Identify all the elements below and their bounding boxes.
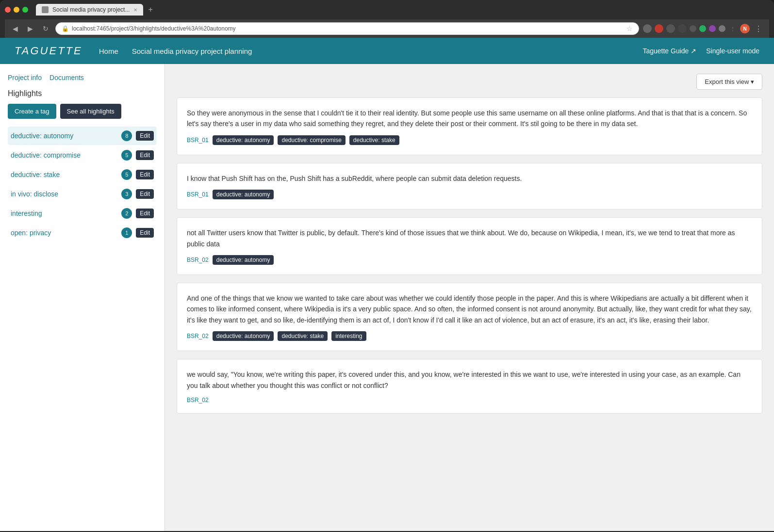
highlights-actions: Create a tag See all highlights xyxy=(8,104,157,119)
tag-badge[interactable]: deductive: autonomy xyxy=(213,135,274,145)
tag-edit-button[interactable]: Edit xyxy=(136,170,154,179)
tag-name-label: deductive: autonomy xyxy=(11,132,121,140)
highlight-tags: BSR_01deductive: autonomydeductive: comp… xyxy=(187,135,752,145)
extension-icon-5[interactable] xyxy=(690,25,696,32)
highlight-card: not all Twitter users know that Twitter … xyxy=(177,217,762,275)
user-avatar[interactable]: N xyxy=(740,24,750,33)
address-bar[interactable]: 🔒 localhost:7465/project/3/highlights/de… xyxy=(55,22,639,35)
minimize-window-button[interactable] xyxy=(14,7,19,13)
highlight-text: So they were anonymous in the sense that… xyxy=(187,108,752,129)
tag-badge[interactable]: deductive: autonomy xyxy=(213,190,274,199)
sidebar-item-documents[interactable]: Documents xyxy=(49,74,84,81)
refresh-button[interactable]: ↻ xyxy=(40,23,51,34)
extension-icon-3[interactable] xyxy=(666,24,675,33)
tag-count-badge: 3 xyxy=(121,189,132,199)
extension-icon-8[interactable] xyxy=(719,25,725,32)
tab-close-button[interactable]: ✕ xyxy=(133,7,137,13)
tag-list-item[interactable]: deductive: stake5Edit xyxy=(8,165,157,184)
nav-home-link[interactable]: Home xyxy=(92,47,125,55)
header-navigation: Home Social media privacy project planni… xyxy=(92,47,259,55)
highlight-text: And one of the things that we know we wa… xyxy=(187,293,752,325)
taguette-guide-link[interactable]: Taguette Guide ↗ xyxy=(642,47,696,55)
export-button[interactable]: Export this view ▾ xyxy=(696,74,762,90)
url-text: localhost:7465/project/3/highlights/dedu… xyxy=(72,25,624,32)
tag-edit-button[interactable]: Edit xyxy=(136,150,154,160)
tag-list: deductive: autonomy8Editdeductive: compr… xyxy=(8,127,157,242)
back-button[interactable]: ◀ xyxy=(10,23,21,34)
sidebar-item-project-info[interactable]: Project info xyxy=(8,74,42,81)
highlights-list: So they were anonymous in the sense that… xyxy=(177,97,762,414)
extension-icon-4[interactable] xyxy=(678,24,687,33)
tag-list-item[interactable]: open: privacy1Edit xyxy=(8,224,157,242)
extension-icon-2[interactable] xyxy=(655,24,663,33)
content-header: Export this view ▾ xyxy=(177,74,762,90)
highlight-card: So they were anonymous in the sense that… xyxy=(177,97,762,155)
extension-icon-7[interactable] xyxy=(709,25,716,32)
tag-name-label: interesting xyxy=(11,210,121,217)
highlight-text: I know that Push Shift has on the, Push … xyxy=(187,173,752,184)
tag-count-badge: 8 xyxy=(121,130,132,141)
see-all-highlights-button[interactable]: See all highlights xyxy=(60,104,121,119)
tag-edit-button[interactable]: Edit xyxy=(136,131,154,141)
more-extensions-button[interactable]: ⋮ xyxy=(728,26,737,32)
tag-count-badge: 1 xyxy=(121,227,132,238)
highlights-title: Highlights xyxy=(8,89,157,98)
tag-list-item[interactable]: deductive: compromise5Edit xyxy=(8,146,157,164)
tag-edit-button[interactable]: Edit xyxy=(136,228,154,238)
traffic-lights xyxy=(5,7,28,13)
navigation-bar: ◀ ▶ ↻ 🔒 localhost:7465/project/3/highlig… xyxy=(5,19,769,38)
highlight-tags: BSR_02deductive: autonomydeductive: stak… xyxy=(187,331,752,341)
highlight-card: we would say, "You know, we're writing t… xyxy=(177,359,762,414)
tag-count-badge: 5 xyxy=(121,169,132,180)
tag-badge[interactable]: deductive: stake xyxy=(349,135,399,145)
tag-badge[interactable]: deductive: autonomy xyxy=(213,255,274,265)
nav-project-link[interactable]: Social media privacy project planning xyxy=(125,47,259,55)
header-right-actions: Taguette Guide ↗ Single-user mode xyxy=(642,47,759,55)
content-area: Export this view ▾ So they were anonymou… xyxy=(165,64,774,531)
tag-count-badge: 2 xyxy=(121,208,132,219)
highlights-section: Highlights Create a tag See all highligh… xyxy=(8,89,157,242)
tag-count-badge: 5 xyxy=(121,150,132,161)
tag-name-label: open: privacy xyxy=(11,229,121,237)
tag-badge[interactable]: deductive: autonomy xyxy=(213,331,274,341)
tag-edit-button[interactable]: Edit xyxy=(136,189,154,199)
maximize-window-button[interactable] xyxy=(22,7,28,13)
app-logo: TAGUETTE xyxy=(15,45,82,57)
source-badge: BSR_01 xyxy=(187,137,209,144)
tag-list-item[interactable]: interesting2Edit xyxy=(8,204,157,223)
tag-name-label: deductive: compromise xyxy=(11,151,121,159)
source-badge: BSR_02 xyxy=(187,257,209,263)
extension-icon-1[interactable] xyxy=(643,24,652,33)
highlight-card: And one of the things that we know we wa… xyxy=(177,283,762,351)
tag-name-label: in vivo: disclose xyxy=(11,190,121,198)
tab-favicon xyxy=(42,6,49,13)
sidebar-navigation: Project info Documents xyxy=(8,74,157,81)
tag-list-item[interactable]: in vivo: disclose3Edit xyxy=(8,185,157,203)
forward-button[interactable]: ▶ xyxy=(25,23,36,34)
active-tab[interactable]: Social media privacy project... ✕ xyxy=(36,4,143,16)
source-badge: BSR_01 xyxy=(187,191,209,198)
extension-icon-6[interactable] xyxy=(699,25,706,32)
create-tag-button[interactable]: Create a tag xyxy=(8,104,56,119)
browser-menu-button[interactable]: ⋮ xyxy=(753,24,762,33)
highlight-card: I know that Push Shift has on the, Push … xyxy=(177,163,762,210)
tag-name-label: deductive: stake xyxy=(11,171,121,178)
new-tab-button[interactable]: + xyxy=(145,5,155,14)
highlight-tags: BSR_02deductive: autonomy xyxy=(187,255,752,265)
main-layout: Project info Documents Highlights Create… xyxy=(0,64,774,531)
highlight-tags: BSR_02 xyxy=(187,397,752,403)
close-window-button[interactable] xyxy=(5,7,11,13)
source-badge: BSR_02 xyxy=(187,397,209,403)
tag-list-item[interactable]: deductive: autonomy8Edit xyxy=(8,127,157,145)
sidebar: Project info Documents Highlights Create… xyxy=(0,64,165,531)
highlight-text: we would say, "You know, we're writing t… xyxy=(187,369,752,391)
tag-badge[interactable]: deductive: compromise xyxy=(278,135,345,145)
tab-title: Social media privacy project... xyxy=(52,6,130,13)
tag-edit-button[interactable]: Edit xyxy=(136,209,154,218)
highlight-text: not all Twitter users know that Twitter … xyxy=(187,227,752,249)
tab-bar: Social media privacy project... ✕ + xyxy=(36,4,769,16)
browser-extension-icons: ⋮ N ⋮ xyxy=(643,24,764,33)
source-badge: BSR_02 xyxy=(187,333,209,339)
tag-badge[interactable]: deductive: stake xyxy=(278,331,328,341)
tag-badge[interactable]: interesting xyxy=(331,331,366,341)
